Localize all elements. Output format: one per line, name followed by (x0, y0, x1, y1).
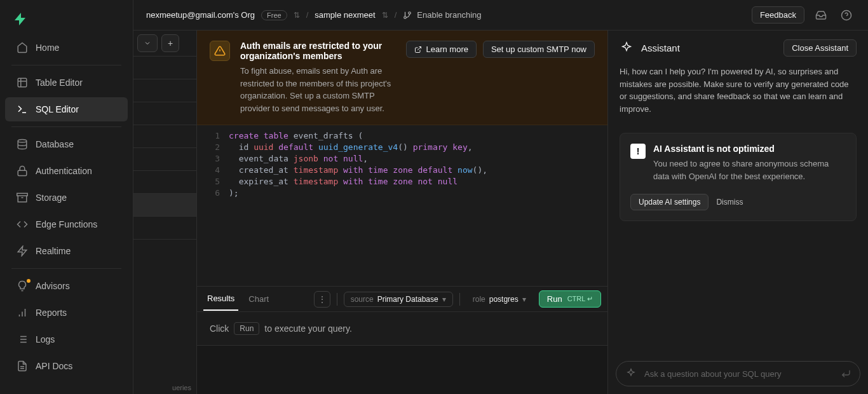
supabase-logo-icon (13, 11, 28, 27)
card-title: AI Assistant is not optimized (653, 144, 846, 154)
sidebar-item-realtime[interactable]: Realtime (5, 239, 128, 263)
sidebar-item-label: Home (36, 43, 59, 53)
truncated-label: ueries (170, 381, 194, 394)
assistant-icon (625, 368, 637, 379)
feedback-button[interactable]: Feedback (752, 6, 804, 24)
list-item[interactable] (133, 217, 196, 240)
zap-icon (17, 245, 28, 257)
database-icon (17, 139, 28, 150)
home-icon (17, 42, 28, 53)
tab-results[interactable]: Results (203, 287, 238, 311)
sidebar-item-logs[interactable]: Logs (5, 327, 128, 351)
alert-icon: ! (630, 144, 646, 159)
breadcrumb: nexmeetup@gmail.com's Org Free ⇅ / sampl… (146, 10, 745, 20)
learn-more-label: Learn more (426, 44, 468, 54)
alert-body: To fight abuse, emails sent by Auth are … (240, 65, 396, 114)
assistant-input-container (616, 361, 860, 386)
list-item[interactable] (133, 148, 196, 171)
chevron-down-icon: ▾ (522, 295, 526, 304)
close-assistant-button[interactable]: Close Assistant (783, 39, 857, 57)
sidebar-item-reports[interactable]: Reports (5, 301, 128, 325)
more-options-button[interactable]: ⋮ (314, 291, 330, 308)
separator: / (395, 10, 397, 20)
terminal-icon (17, 104, 28, 115)
source-value: Primary Database (377, 295, 438, 304)
run-chip: Run (234, 322, 259, 335)
sidebar-item-label: SQL Editor (36, 104, 79, 114)
help-icon[interactable] (837, 6, 855, 24)
divider (459, 293, 460, 306)
branch-icon (403, 11, 412, 20)
role-value: postgres (489, 295, 519, 304)
learn-more-button[interactable]: Learn more (406, 41, 476, 58)
lightbulb-icon (17, 280, 28, 292)
file-text-icon (17, 360, 28, 372)
sidebar-item-label: Storage (36, 193, 67, 203)
sidebar-item-label: Edge Functions (36, 219, 97, 229)
assistant-input[interactable] (644, 369, 833, 379)
results-suffix-text: to execute your query. (264, 323, 351, 334)
divider (11, 268, 121, 269)
assistant-title: Assistant (641, 43, 776, 53)
chevron-updown-icon[interactable]: ⇅ (382, 11, 388, 20)
update-ai-settings-button[interactable]: Update AI settings (630, 194, 709, 210)
source-label: source (351, 295, 374, 304)
branching-label: Enable branching (417, 10, 481, 20)
alert-title: Auth emails are restricted to your organ… (240, 41, 396, 61)
role-selector[interactable]: role postgres ▾ (466, 292, 532, 306)
assistant-panel: Assistant Close Assistant Hi, how can I … (607, 31, 868, 394)
external-link-icon (414, 46, 422, 53)
divider (11, 65, 121, 65)
results-click-text: Click (210, 323, 229, 334)
enable-branching-button[interactable]: Enable branching (403, 10, 481, 20)
sidebar: Home Table Editor SQL Editor Database Au… (0, 0, 133, 394)
sidebar-item-advisors[interactable]: Advisors (5, 274, 128, 298)
sidebar-item-api-docs[interactable]: API Docs (5, 354, 128, 378)
sidebar-item-home[interactable]: Home (5, 36, 128, 60)
sidebar-item-label: Reports (36, 308, 67, 318)
sql-editor[interactable]: 1 2 3 4 5 6 create table event_drafts ( … (197, 125, 607, 286)
auth-email-alert: Auth emails are restricted to your organ… (197, 31, 607, 125)
query-list-panel: + ueries (133, 31, 197, 394)
query-dropdown[interactable] (137, 34, 158, 52)
assistant-intro: Hi, how can I help you? I'm powered by A… (608, 65, 868, 126)
table-icon (17, 77, 28, 88)
dismiss-button[interactable]: Dismiss (716, 198, 743, 207)
list-item[interactable] (133, 125, 196, 148)
sidebar-item-label: Realtime (36, 246, 71, 256)
chevron-updown-icon[interactable]: ⇅ (294, 11, 300, 20)
list-item[interactable] (133, 102, 196, 125)
run-button[interactable]: Run CTRL ↵ (539, 290, 601, 308)
sidebar-item-edge-functions[interactable]: Edge Functions (5, 212, 128, 236)
code-content[interactable]: create table event_drafts ( id uuid defa… (229, 130, 607, 281)
breadcrumb-org[interactable]: nexmeetup@gmail.com's Org (146, 10, 255, 20)
setup-smtp-button[interactable]: Set up custom SMTP now (483, 41, 595, 58)
topbar: nexmeetup@gmail.com's Org Free ⇅ / sampl… (133, 0, 868, 31)
svg-point-1 (18, 140, 27, 143)
source-selector[interactable]: source Primary Database ▾ (344, 292, 453, 307)
list-item[interactable] (133, 57, 196, 79)
sidebar-item-label: Table Editor (36, 78, 83, 88)
results-toolbar: Results Chart ⋮ source Primary Database … (197, 286, 607, 311)
results-body (197, 345, 607, 394)
breadcrumb-project[interactable]: sample nexmeet (315, 10, 375, 20)
list-item[interactable] (133, 171, 196, 194)
assistant-icon (620, 41, 634, 55)
assistant-optimize-card: ! AI Assistant is not optimized You need… (620, 133, 857, 221)
run-label: Run (547, 294, 562, 304)
bar-chart-icon (17, 307, 28, 318)
lock-icon (17, 165, 28, 177)
sidebar-item-database[interactable]: Database (5, 132, 128, 156)
logo[interactable] (0, 6, 133, 34)
sidebar-item-table-editor[interactable]: Table Editor (5, 71, 128, 95)
inbox-icon[interactable] (812, 6, 830, 24)
send-icon[interactable] (841, 369, 851, 379)
sidebar-item-authentication[interactable]: Authentication (5, 159, 128, 183)
new-query-button[interactable]: + (161, 34, 179, 52)
tab-chart[interactable]: Chart (245, 288, 273, 310)
list-item[interactable] (133, 194, 196, 217)
sidebar-item-label: Authentication (36, 166, 92, 176)
list-item[interactable] (133, 79, 196, 102)
sidebar-item-sql-editor[interactable]: SQL Editor (5, 97, 128, 121)
sidebar-item-storage[interactable]: Storage (5, 186, 128, 210)
